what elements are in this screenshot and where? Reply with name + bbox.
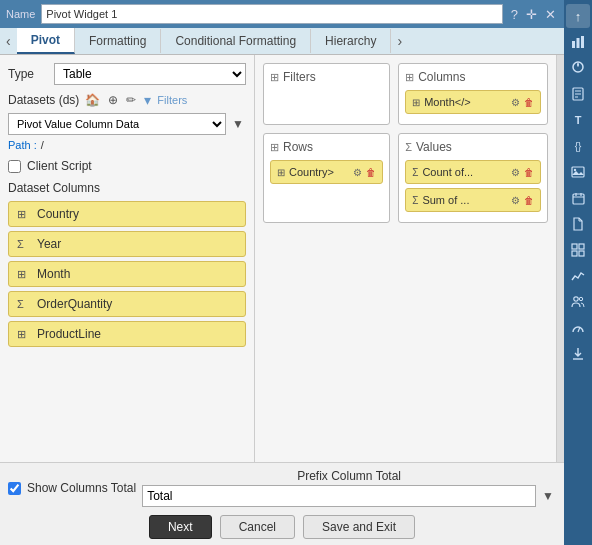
rp-top-row: ⊞ Filters ⊞ Columns ⊞ Month</> ⚙ 🗑 [263,63,548,125]
svg-rect-2 [581,36,584,48]
svg-rect-1 [577,38,580,48]
cancel-button[interactable]: Cancel [220,515,295,539]
orderqty-label: OrderQuantity [37,297,112,311]
list-item: Σ OrderQuantity [8,291,246,317]
type-select[interactable]: Table [54,63,246,85]
month-icon: ⊞ [17,268,31,281]
month-chip: ⊞ Month</> ⚙ 🗑 [405,90,541,114]
sum-chip-icon: Σ [412,195,418,206]
svg-rect-8 [572,167,584,177]
move-icon[interactable]: ✛ [524,7,539,22]
content-area: Type Table Datasets (ds) 🏠 ⊕ ✏ ▾ Filters… [0,55,564,462]
prefix-column-total-label: Prefix Column Total [297,469,401,483]
tab-formatting[interactable]: Formatting [75,29,161,53]
month-chip-gear[interactable]: ⚙ [511,97,520,108]
save-and-exit-button[interactable]: Save and Exit [303,515,415,539]
dataset-expand-icon[interactable]: ▼ [230,116,246,132]
dataset-select-row: Pivot Value Column Data ▼ [8,113,246,135]
sum-chip-gear[interactable]: ⚙ [511,195,520,206]
filters-label: Filters [283,70,316,84]
title-label: Name [6,8,35,20]
rows-title-row: ⊞ Rows [270,140,383,154]
columns-title-row: ⊞ Columns [405,70,541,84]
sidebar-map-icon[interactable] [566,56,590,80]
datasets-label: Datasets (ds) [8,93,79,107]
values-section: Σ Values Σ Count of... ⚙ 🗑 Σ Sum of ... … [398,133,548,223]
type-row: Type Table [8,63,246,85]
sidebar-chart-bar-icon[interactable] [566,30,590,54]
show-columns-total-checkbox[interactable] [8,482,21,495]
year-label: Year [37,237,61,251]
sidebar-chart-line-icon[interactable] [566,264,590,288]
filters-link[interactable]: Filters [157,94,187,106]
country-chip-gear[interactable]: ⚙ [353,167,362,178]
country-chip-icon: ⊞ [277,167,285,178]
prefix-dropdown-btn[interactable]: ▼ [540,488,556,504]
month-chip-text: Month</> [424,96,507,108]
svg-rect-15 [579,244,584,249]
filters-title: ⊞ Filters [270,70,383,84]
filter-icon[interactable]: ▾ [142,91,153,109]
country-label: Country [37,207,79,221]
month-chip-delete[interactable]: 🗑 [524,97,534,108]
count-chip-gear[interactable]: ⚙ [511,167,520,178]
sum-chip-delete[interactable]: 🗑 [524,195,534,206]
dataset-add-icon[interactable]: ⊕ [106,92,120,108]
tab-hierarchy[interactable]: Hierarchy [311,29,391,53]
next-button[interactable]: Next [149,515,212,539]
productline-label: ProductLine [37,327,101,341]
sum-chip: Σ Sum of ... ⚙ 🗑 [405,188,541,212]
values-title-row: Σ Values [405,140,541,154]
close-icon[interactable]: ✕ [543,7,558,22]
sidebar-image-icon[interactable] [566,160,590,184]
tab-prev-btn[interactable]: ‹ [0,29,17,53]
count-chip: Σ Count of... ⚙ 🗑 [405,160,541,184]
tab-bar: ‹ Pivot Formatting Conditional Formattin… [0,28,564,55]
show-total-row: Show Columns Total Prefix Column Total ▼ [8,469,556,507]
svg-rect-10 [573,194,584,204]
sidebar-right: ↑ T {} [564,0,592,545]
client-script-row: Client Script [8,159,246,173]
sidebar-pivot-icon[interactable] [566,238,590,262]
dataset-dropdown[interactable]: Pivot Value Column Data [8,113,226,135]
sidebar-text-icon[interactable]: T [566,108,590,132]
list-item: Σ Year [8,231,246,257]
tab-pivot[interactable]: Pivot [17,28,75,54]
sidebar-calendar-icon[interactable] [566,186,590,210]
svg-point-19 [579,297,582,300]
svg-point-18 [574,297,578,301]
list-item: ⊞ Country [8,201,246,227]
dataset-home-icon[interactable]: 🏠 [83,92,102,108]
columns-list: ⊞ Country Σ Year ⊞ Month Σ OrderQuantity… [8,201,246,347]
filters-section: ⊞ Filters [263,63,390,125]
footer-area: Show Columns Total Prefix Column Total ▼… [0,462,564,545]
dataset-edit-icon[interactable]: ✏ [124,92,138,108]
sidebar-report-icon[interactable] [566,82,590,106]
sidebar-file-icon[interactable] [566,212,590,236]
country-chip-delete[interactable]: 🗑 [366,167,376,178]
right-panel: ⊞ Filters ⊞ Columns ⊞ Month</> ⚙ 🗑 [255,55,556,462]
year-icon: Σ [17,238,31,250]
svg-rect-17 [579,251,584,256]
sidebar-download-icon[interactable] [566,342,590,366]
sidebar-arrow-up-icon[interactable]: ↑ [566,4,590,28]
month-label: Month [37,267,70,281]
path-row: Path : / [8,139,246,151]
svg-point-9 [574,169,576,171]
columns-section: ⊞ Columns ⊞ Month</> ⚙ 🗑 [398,63,548,125]
title-input[interactable] [41,4,502,24]
count-chip-delete[interactable]: 🗑 [524,167,534,178]
tab-conditional-formatting[interactable]: Conditional Formatting [161,29,311,53]
tab-next-btn[interactable]: › [391,29,408,53]
sidebar-code-icon[interactable]: {} [566,134,590,158]
client-script-checkbox[interactable] [8,160,21,173]
rows-section-icon: ⊞ [270,141,279,154]
sidebar-gauge-icon[interactable] [566,316,590,340]
help-icon[interactable]: ? [509,7,520,22]
columns-section-icon: ⊞ [405,71,414,84]
prefix-select[interactable] [142,485,536,507]
scroll-bar[interactable] [556,55,564,462]
country-chip-text: Country> [289,166,349,178]
footer-buttons: Next Cancel Save and Exit [8,515,556,539]
sidebar-users-icon[interactable] [566,290,590,314]
